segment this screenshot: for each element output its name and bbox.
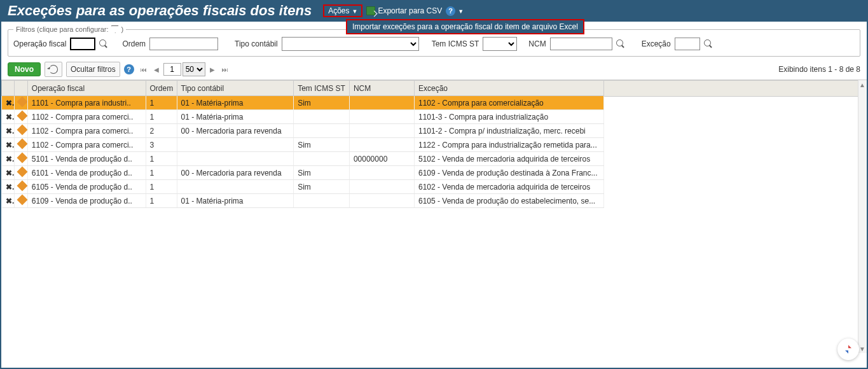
cell-ncm [349,110,414,124]
table-row[interactable]: ✖1102 - Compra para comerci..200 - Merca… [2,124,604,138]
row-delete-button[interactable]: ✖ [2,152,15,166]
grid-header-tipo[interactable]: Tipo contábil [177,81,294,96]
export-csv-label: Exportar para CSV [378,6,442,15]
row-delete-button[interactable]: ✖ [2,124,15,138]
filters-legend[interactable]: Filtros (clique para configurar: ) [13,25,126,33]
chat-widget-icon [842,343,855,356]
row-edit-button[interactable] [15,110,27,124]
cell-ncm [349,124,414,138]
row-edit-button[interactable] [15,138,27,152]
cell-excecao: 6105 - Venda de produção do estabelecime… [414,194,603,208]
cell-ordem: 1 [146,110,177,124]
help-dropdown[interactable]: ? [446,6,464,16]
row-delete-button[interactable]: ✖ [2,194,15,208]
row-edit-button[interactable] [15,152,27,166]
hide-filters-button[interactable]: Ocultar filtros [66,62,120,77]
search-icon[interactable] [99,39,108,48]
cell-excecao: 1102 - Compra para comercialização [414,96,603,110]
tem-icms-select[interactable] [483,37,517,51]
cell-tipo [177,180,294,194]
cell-icms [294,124,350,138]
row-edit-button[interactable] [15,180,27,194]
pager-page-input[interactable] [163,63,181,76]
grid-header-operacao[interactable]: Operação fiscal [27,81,146,96]
excel-icon [366,6,375,15]
excecao-label: Exceção [642,39,671,48]
grid-header-blank [2,81,15,96]
search-icon[interactable] [616,39,625,48]
table-row[interactable]: ✖1102 - Compra para comerci..3Sim1122 - … [2,138,604,152]
pager-first-button[interactable]: ⏮ [138,62,149,76]
export-csv-button[interactable]: Exportar para CSV [366,6,442,15]
actions-dropdown-item-import[interactable]: Importar exceções para a operação fiscal… [346,19,584,34]
hide-filters-label: Ocultar filtros [71,65,116,74]
row-edit-button[interactable] [15,96,27,110]
page-title: Exceções para as operações fiscais dos i… [8,3,312,19]
pencil-icon [17,139,27,150]
cell-ncm [349,194,414,208]
vertical-scrollbar[interactable]: ▲ ▼ [858,80,867,353]
tipo-contabil-select[interactable] [282,37,419,51]
new-button[interactable]: Novo [8,62,41,76]
row-delete-button[interactable]: ✖ [2,166,15,180]
grid-container: ▲ ▼ Operação fiscal Ordem Tipo contábil … [1,80,867,353]
excecao-input[interactable] [675,38,700,50]
table-row[interactable]: ✖6101 - Venda de produção d..100 - Merca… [2,166,604,180]
row-delete-button[interactable]: ✖ [2,110,15,124]
chat-widget-button[interactable] [837,338,859,360]
cell-icms: Sim [294,96,350,110]
grid-header-ncm[interactable]: NCM [349,81,414,96]
cell-tipo: 00 - Mercadoria para revenda [177,124,294,138]
actions-dropdown-button[interactable]: Ações [323,4,362,17]
pager: ⏮ ◀ 50 ▶ ⏭ [138,62,231,76]
row-delete-button[interactable]: ✖ [2,138,15,152]
help-icon[interactable]: ? [124,64,134,74]
table-row[interactable]: ✖6105 - Venda de produção d..1Sim6102 - … [2,180,604,194]
filters-legend-text: Filtros (clique para configurar: [16,25,109,33]
row-delete-button[interactable]: ✖ [2,180,15,194]
table-row[interactable]: ✖1101 - Compra para industri..101 - Maté… [2,96,604,110]
cell-operacao: 6105 - Venda de produção d.. [27,180,146,194]
cell-ncm: 00000000 [349,152,414,166]
pencil-icon [17,181,27,191]
ncm-input[interactable] [550,38,612,50]
table-row[interactable]: ✖6109 - Venda de produção d..101 - Matér… [2,194,604,208]
pager-prev-button[interactable]: ◀ [151,62,162,76]
ordem-label: Ordem [122,39,146,48]
pencil-icon [17,97,27,108]
pager-status: Exibindo itens 1 - 8 de 8 [778,65,860,74]
cell-tipo: 01 - Matéria-prima [177,110,294,124]
row-edit-button[interactable] [15,166,27,180]
ordem-input[interactable] [149,38,218,50]
operacao-fiscal-label: Operação fiscal [13,39,66,48]
cell-ncm [349,166,414,180]
row-edit-button[interactable] [15,194,27,208]
toolbar: Novo Ocultar filtros ? ⏮ ◀ 50 ▶ ⏭ Exibin… [1,59,867,80]
table-row[interactable]: ✖1102 - Compra para comerci..101 - Matér… [2,110,604,124]
cell-tipo: 01 - Matéria-prima [177,194,294,208]
grid-header-ordem[interactable]: Ordem [146,81,177,96]
operacao-fiscal-input[interactable] [70,38,95,50]
cell-tipo: 01 - Matéria-prima [177,96,294,110]
pager-size-select[interactable]: 50 [183,62,205,76]
row-delete-button[interactable]: ✖ [2,96,15,110]
cell-excecao: 6102 - Venda de mercadoria adquirida de … [414,180,603,194]
table-row[interactable]: ✖5101 - Venda de produção d..10000000051… [2,152,604,166]
cell-ordem: 1 [146,166,177,180]
cell-ordem: 1 [146,180,177,194]
pencil-icon [17,195,27,205]
refresh-button[interactable] [45,62,62,77]
search-icon[interactable] [704,39,713,48]
chevron-down-icon [352,6,358,15]
pencil-icon [17,111,27,122]
grid-header-row: Operação fiscal Ordem Tipo contábil Tem … [2,81,604,96]
row-edit-button[interactable] [15,124,27,138]
grid-header-excecao[interactable]: Exceção [414,81,603,96]
pager-last-button[interactable]: ⏭ [219,62,231,76]
pager-next-button[interactable]: ▶ [207,62,218,76]
cell-excecao: 1122 - Compra para industrialização reme… [414,138,603,152]
scroll-down-icon: ▼ [859,345,865,352]
cell-icms [294,152,350,166]
grid-header-icms[interactable]: Tem ICMS ST [294,81,350,96]
data-grid: Operação fiscal Ordem Tipo contábil Tem … [1,80,604,208]
